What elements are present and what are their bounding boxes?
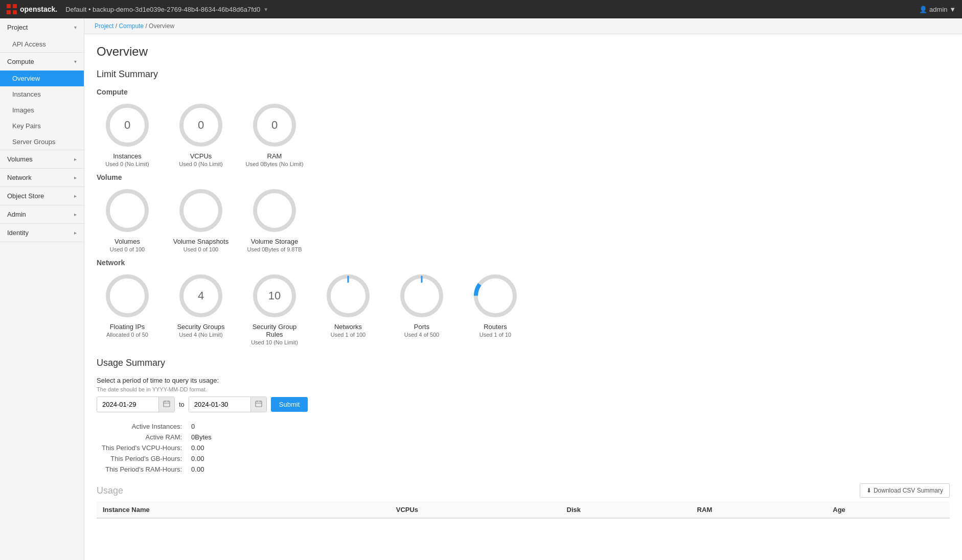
gauge-volume-storage-svg (251, 188, 297, 234)
gauge-instances-sublabel: Used 0 (No Limit) (105, 161, 149, 167)
query-label: Select a period of time to query its usa… (97, 377, 950, 384)
stat-row-active-instances: Active Instances: 0 (98, 422, 216, 431)
gauge-ram: 0 RAM Used 0Bytes (No Limit) (244, 102, 305, 167)
svg-rect-24 (164, 401, 170, 407)
sidebar-group-admin[interactable]: Admin ▸ (0, 205, 84, 223)
svg-rect-28 (256, 401, 262, 407)
gauge-routers-svg (472, 273, 518, 319)
sidebar-item-images[interactable]: Images (0, 102, 84, 118)
date-hint: The date should be in YYYY-MM-DD format. (97, 386, 950, 392)
svg-text:0: 0 (198, 119, 204, 131)
svg-point-10 (108, 191, 147, 230)
sidebar-item-instances[interactable]: Instances (0, 86, 84, 102)
sidebar-group-network[interactable]: Network ▸ (0, 169, 84, 186)
breadcrumb-overview: Overview (149, 22, 174, 30)
gauge-instances-svg: 0 (104, 102, 150, 148)
gauge-volume-storage-label: Volume Storage (251, 238, 299, 245)
sidebar-section-identity: Identity ▸ (0, 224, 84, 242)
gauge-vcpus-svg: 0 (178, 102, 224, 148)
sidebar: Project ▾ API Access Compute ▾ Overview … (0, 18, 84, 560)
gauge-ports-label: Ports (414, 323, 429, 331)
date-to-calendar-button[interactable] (250, 397, 266, 412)
gauge-ram-label: RAM (267, 152, 282, 160)
gauge-floating-ips-label: Floating IPs (110, 323, 145, 331)
svg-point-22 (476, 276, 515, 315)
sidebar-project-chevron: ▾ (74, 25, 77, 30)
stat-row-gb-hours: This Period's GB-Hours: 0.00 (98, 454, 216, 463)
sidebar-item-keypairs[interactable]: Key Pairs (0, 118, 84, 134)
logo-text: openstack. (20, 5, 57, 13)
date-to-label: to (179, 401, 185, 408)
usage-table-header: Usage ⬇ Download CSV Summary (97, 483, 950, 498)
stat-label-active-ram: Active RAM: (98, 432, 186, 442)
logo[interactable]: openstack. (6, 4, 57, 15)
sidebar-section-network: Network ▸ (0, 169, 84, 187)
gauge-floating-ips-sublabel: Allocated 0 of 50 (106, 332, 148, 338)
date-to-wrapper (189, 396, 267, 412)
sidebar-admin-chevron: ▸ (74, 212, 77, 217)
network-subsection-title: Network (97, 259, 950, 267)
gauge-instances: 0 Instances Used 0 (No Limit) (97, 102, 158, 167)
svg-rect-2 (7, 10, 11, 14)
submit-button[interactable]: Submit (271, 397, 308, 412)
sidebar-volumes-chevron: ▸ (74, 156, 77, 162)
sidebar-group-compute[interactable]: Compute ▾ (0, 53, 84, 71)
main-content: Project / Compute / Overview Overview Li… (84, 18, 962, 560)
sidebar-group-volumes[interactable]: Volumes ▸ (0, 150, 84, 168)
sidebar-section-compute: Compute ▾ Overview Instances Images Key … (0, 53, 84, 150)
gauge-ports: Ports Used 4 of 500 (391, 273, 452, 345)
gauge-volume-snapshots: Volume Snapshots Used 0 of 100 (170, 188, 232, 252)
sidebar-identity-chevron: ▸ (74, 230, 77, 236)
date-to-input[interactable] (189, 398, 250, 411)
compute-subsection-title: Compute (97, 88, 950, 96)
topbar-right: 👤 admin ▼ (919, 6, 956, 13)
volume-gauges-row: Volumes Used 0 of 100 Volume Snapshots U… (97, 188, 950, 252)
stat-row-vcpu-hours: This Period's VCPU-Hours: 0.00 (98, 443, 216, 453)
sidebar-item-server-groups[interactable]: Server Groups (0, 134, 84, 150)
sidebar-group-object-store[interactable]: Object Store ▸ (0, 187, 84, 205)
col-instance-name: Instance Name (97, 502, 390, 518)
svg-text:0: 0 (271, 119, 278, 131)
breadcrumb-project[interactable]: Project (95, 22, 113, 30)
usage-table-title: Usage (97, 485, 123, 496)
gauge-routers: Routers Used 1 of 10 (465, 273, 526, 345)
topbar: openstack. Default • backup-demo-3d1e039… (0, 0, 962, 18)
gauge-vcpus: 0 VCPUs Used 0 (No Limit) (170, 102, 232, 167)
gauge-vcpus-sublabel: Used 0 (No Limit) (179, 161, 223, 167)
svg-rect-1 (13, 4, 17, 8)
sidebar-group-project[interactable]: Project ▾ (0, 18, 84, 36)
gauge-volumes-label: Volumes (114, 238, 140, 245)
gauge-volume-storage-sublabel: Used 0Bytes of 9.8TB (247, 246, 302, 252)
sidebar-object-store-chevron: ▸ (74, 193, 77, 199)
breadcrumb-compute[interactable]: Compute (119, 22, 144, 30)
stat-value-ram-hours: 0.00 (187, 464, 216, 474)
date-from-calendar-button[interactable] (158, 397, 174, 412)
gauge-volumes-sublabel: Used 0 of 100 (110, 246, 145, 252)
stat-value-active-instances: 0 (187, 422, 216, 431)
sidebar-compute-chevron: ▾ (74, 59, 77, 64)
topbar-project-chevron: ▼ (263, 7, 268, 12)
sidebar-network-chevron: ▸ (74, 175, 77, 180)
gauge-security-groups-label: Security Groups (177, 323, 224, 331)
date-from-input[interactable] (97, 398, 158, 411)
user-label[interactable]: 👤 admin ▼ (919, 6, 956, 13)
gauge-volume-storage: Volume Storage Used 0Bytes of 9.8TB (244, 188, 305, 252)
stat-label-gb-hours: This Period's GB-Hours: (98, 454, 186, 463)
gauge-networks-svg (325, 273, 371, 319)
sidebar-item-overview[interactable]: Overview (0, 71, 84, 86)
gauge-security-group-rules-sublabel: Used 10 (No Limit) (251, 339, 298, 345)
sidebar-item-api-access[interactable]: API Access (0, 36, 84, 52)
usage-summary-title: Usage Summary (97, 358, 950, 368)
volume-subsection-title: Volume (97, 173, 950, 181)
stat-value-gb-hours: 0.00 (187, 454, 216, 463)
sidebar-group-identity[interactable]: Identity ▸ (0, 224, 84, 242)
svg-rect-3 (13, 10, 17, 14)
usage-stats-table: Active Instances: 0 Active RAM: 0Bytes T… (97, 421, 217, 475)
download-csv-button[interactable]: ⬇ Download CSV Summary (860, 483, 950, 498)
stat-label-vcpu-hours: This Period's VCPU-Hours: (98, 443, 186, 453)
usage-summary-section: Usage Summary Select a period of time to… (97, 358, 950, 519)
gauge-volumes: Volumes Used 0 of 100 (97, 188, 158, 252)
topbar-project: Default • backup-demo-3d1e039e-2769-48b4… (65, 6, 268, 13)
usage-form: Select a period of time to query its usa… (97, 377, 950, 475)
sidebar-section-volumes: Volumes ▸ (0, 150, 84, 169)
